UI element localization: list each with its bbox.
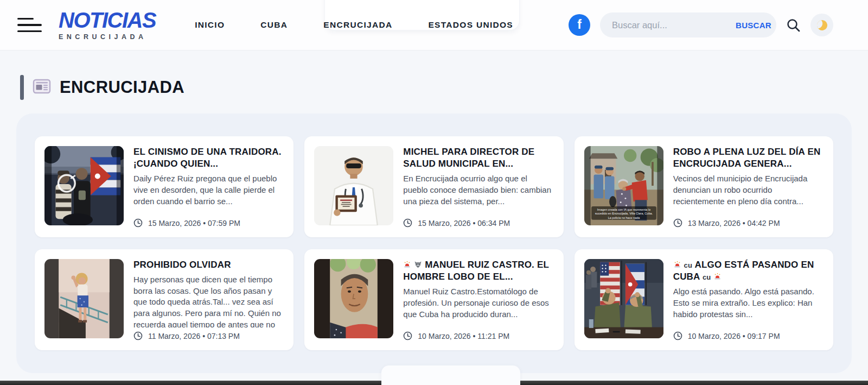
siren-emoji-icon [403,261,411,269]
nav-item-encrucijada[interactable]: ENCRUCIJADA [323,20,392,30]
article-excerpt: Hay personas que dicen que el tiempo bor… [133,274,284,327]
clock-icon [403,331,412,340]
main-content: ENCRUCIJADA [0,51,868,381]
nav-item-cuba[interactable]: CUBA [260,20,288,30]
wolf-emoji-icon [414,261,422,269]
article-card[interactable]: MANUEL RUIZ CASTRO. EL HOMBRE LOBO DE EL… [304,249,563,350]
article-thumbnail [314,146,393,225]
article-title-text: MANUEL RUIZ CASTRO. EL HOMBRE LOBO DE EL… [403,260,548,282]
facebook-icon[interactable]: f [569,14,590,36]
site-logo[interactable]: NOTICIAS ENCRUCIJADA [59,9,156,41]
thumb-caption-line: sucedido en Encrucijada, Villa Clara, Cu… [595,212,653,215]
siren-emoji-icon [713,273,722,281]
search-icon[interactable] [786,18,801,33]
hamburger-menu-icon[interactable] [17,18,42,33]
thumb-caption-line: La policía no hace nada [608,216,640,219]
moon-icon [816,19,828,31]
article-date: 13 Marzo, 2026 • 04:42 PM [688,219,780,228]
newspaper-icon [32,77,52,98]
search-bar: BUSCAR [600,12,776,37]
articles-grid: EL CINISMO DE UNA TRAIDORA.¡CUANDO QUIEN… [16,113,852,373]
article-card[interactable]: Imagen creada con IA que representa lo s… [575,136,833,237]
cuba-flag-fallback-text: cu [684,261,693,269]
article-meta: 13 Marzo, 2026 • 04:42 PM [673,214,824,228]
article-thumbnail [584,259,663,338]
article-date: 15 Marzo, 2026 • 07:59 PM [148,219,240,228]
article-date: 10 Marzo, 2026 • 09:17 PM [688,332,780,340]
page-title: ENCRUCIJADA [60,78,184,97]
article-title: PROHIBIDO OLVIDAR [133,259,284,271]
page-header: ENCRUCIJADA [0,51,868,100]
logo-name: NOTICIAS [59,9,156,31]
article-title: MICHEL PARA DIRECTOR DE SALUD MUNICIPAL … [403,146,553,170]
article-card[interactable]: MICHEL PARA DIRECTOR DE SALUD MUNICIPAL … [304,136,563,237]
article-title: ROBO A PLENA LUZ DEL DÍA EN ENCRUCIJADA … [673,146,824,170]
search-input[interactable] [612,20,731,30]
cuba-flag-fallback-text: cu [703,273,711,281]
article-date: 15 Marzo, 2026 • 06:34 PM [418,219,510,228]
article-thumbnail [44,259,124,338]
article-card[interactable]: PROHIBIDO OLVIDAR Hay personas que dicen… [35,249,293,350]
article-meta: 10 Marzo, 2026 • 11:21 PM [403,327,553,340]
siren-emoji-icon [673,261,681,269]
article-card[interactable]: cu ALGO ESTÁ PASANDO EN CUBA cu Algo est… [575,249,833,350]
header-actions: f BUSCAR [569,12,868,37]
article-title: MANUEL RUIZ CASTRO. EL HOMBRE LOBO DE EL… [403,259,553,283]
articles-panel: EL CINISMO DE UNA TRAIDORA.¡CUANDO QUIEN… [16,113,852,373]
article-excerpt: Vecinos del municipio de Encrucijada den… [673,173,824,214]
thumb-caption-line: Imagen creada con IA que representa lo [597,208,650,211]
article-date: 11 Marzo, 2026 • 07:13 PM [148,332,240,340]
clock-icon [403,218,412,228]
article-meta: 15 Marzo, 2026 • 07:59 PM [133,214,284,228]
article-meta: 15 Marzo, 2026 • 06:34 PM [403,214,553,228]
bottom-partial-panel [381,365,520,385]
nav-item-estados-unidos[interactable]: ESTADOS UNIDOS [428,20,513,30]
nav-item-inicio[interactable]: INICIO [195,20,225,30]
buscar-button[interactable]: BUSCAR [731,17,776,33]
article-excerpt: Daily Pérez Ruiz pregona que el pueblo v… [133,173,284,214]
article-excerpt: Algo está pasando. Algo está pasando. Es… [673,286,824,327]
main-nav: INICIO CUBA ENCRUCIJADA ESTADOS UNIDOS [195,20,513,30]
article-excerpt: Manuel Ruiz Castro.Estomatólogo de profe… [403,286,553,327]
article-meta: 10 Marzo, 2026 • 09:17 PM [673,327,824,340]
clock-icon [673,331,682,340]
article-excerpt: En Encrucijada ocurrio algo que el puebl… [403,173,553,214]
clock-icon [673,218,682,228]
article-thumbnail [44,146,124,225]
article-title: EL CINISMO DE UNA TRAIDORA.¡CUANDO QUIEN… [133,146,284,170]
article-thumbnail [314,259,393,338]
clock-icon [133,218,143,228]
article-meta: 11 Marzo, 2026 • 07:13 PM [133,327,284,340]
article-card[interactable]: EL CINISMO DE UNA TRAIDORA.¡CUANDO QUIEN… [35,136,293,237]
article-thumbnail: Imagen creada con IA que representa lo s… [584,146,663,225]
clock-icon [133,331,143,340]
logo-tagline: ENCRUCIJADA [59,33,156,41]
header: NOTICIAS ENCRUCIJADA INICIO CUBA ENCRUCI… [0,0,868,51]
dark-mode-toggle[interactable] [810,14,833,36]
article-date: 10 Marzo, 2026 • 11:21 PM [418,332,509,340]
article-title-text: ALGO ESTÁ PASANDO EN CUBA [673,260,814,282]
title-accent-bar [20,75,24,100]
article-title: cu ALGO ESTÁ PASANDO EN CUBA cu [673,259,824,283]
